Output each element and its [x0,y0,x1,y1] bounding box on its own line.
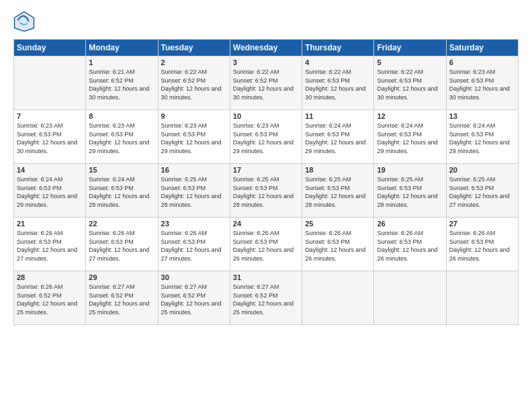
day-cell: 2 Sunrise: 6:22 AM Sunset: 6:52 PM Dayli… [158,56,230,110]
day-cell: 6 Sunrise: 6:23 AM Sunset: 6:53 PM Dayli… [446,56,518,110]
day-cell: 17 Sunrise: 6:25 AM Sunset: 6:53 PM Dayl… [230,164,302,218]
day-info: Sunrise: 6:23 AM Sunset: 6:53 PM Dayligh… [17,122,83,155]
day-number: 7 [17,112,83,120]
day-cell: 16 Sunrise: 6:25 AM Sunset: 6:53 PM Dayl… [158,164,230,218]
day-info: Sunrise: 6:22 AM Sunset: 6:52 PM Dayligh… [161,68,227,101]
day-cell [446,271,518,325]
day-cell: 25 Sunrise: 6:26 AM Sunset: 6:53 PM Dayl… [302,218,374,271]
col-header-sunday: Sunday [14,40,86,56]
week-row-1: 1 Sunrise: 6:21 AM Sunset: 6:52 PM Dayli… [14,56,519,110]
col-header-saturday: Saturday [446,40,518,56]
day-number: 14 [17,166,83,174]
day-number: 10 [233,112,299,120]
day-info: Sunrise: 6:25 AM Sunset: 6:53 PM Dayligh… [161,175,227,209]
logo-icon [13,11,35,32]
day-cell: 24 Sunrise: 6:26 AM Sunset: 6:53 PM Dayl… [230,218,302,271]
day-cell: 23 Sunrise: 6:26 AM Sunset: 6:53 PM Dayl… [158,218,230,271]
day-number: 5 [377,58,443,66]
day-info: Sunrise: 6:26 AM Sunset: 6:53 PM Dayligh… [89,229,154,263]
day-cell: 28 Sunrise: 6:26 AM Sunset: 6:52 PM Dayl… [14,271,86,325]
day-cell: 4 Sunrise: 6:22 AM Sunset: 6:53 PM Dayli… [302,56,374,110]
day-number: 11 [305,112,371,120]
day-info: Sunrise: 6:25 AM Sunset: 6:53 PM Dayligh… [377,175,443,209]
day-cell: 26 Sunrise: 6:26 AM Sunset: 6:53 PM Dayl… [374,218,446,271]
day-cell: 8 Sunrise: 6:23 AM Sunset: 6:53 PM Dayli… [86,110,158,164]
day-cell [374,271,446,325]
day-number: 26 [377,220,443,228]
day-info: Sunrise: 6:21 AM Sunset: 6:52 PM Dayligh… [89,68,154,101]
day-cell: 30 Sunrise: 6:27 AM Sunset: 6:52 PM Dayl… [158,271,230,325]
day-cell: 10 Sunrise: 6:23 AM Sunset: 6:53 PM Dayl… [230,110,302,164]
day-number: 22 [89,220,154,228]
day-info: Sunrise: 6:23 AM Sunset: 6:53 PM Dayligh… [161,122,227,155]
day-number: 16 [161,166,227,174]
day-info: Sunrise: 6:23 AM Sunset: 6:53 PM Dayligh… [449,68,515,101]
col-header-tuesday: Tuesday [158,40,230,56]
day-number: 2 [161,58,227,66]
day-info: Sunrise: 6:24 AM Sunset: 6:53 PM Dayligh… [17,175,83,209]
day-cell: 29 Sunrise: 6:27 AM Sunset: 6:52 PM Dayl… [86,271,158,325]
week-row-3: 14 Sunrise: 6:24 AM Sunset: 6:53 PM Dayl… [14,164,519,218]
day-info: Sunrise: 6:23 AM Sunset: 6:53 PM Dayligh… [233,122,299,155]
day-info: Sunrise: 6:25 AM Sunset: 6:53 PM Dayligh… [449,175,515,209]
day-number: 13 [449,112,515,120]
day-number: 6 [449,58,515,66]
day-number: 31 [233,273,299,281]
day-number: 24 [233,220,299,228]
day-info: Sunrise: 6:26 AM Sunset: 6:53 PM Dayligh… [449,229,515,263]
day-number: 8 [89,112,154,120]
day-cell: 19 Sunrise: 6:25 AM Sunset: 6:53 PM Dayl… [374,164,446,218]
day-info: Sunrise: 6:26 AM Sunset: 6:52 PM Dayligh… [17,283,83,316]
calendar-table: SundayMondayTuesdayWednesdayThursdayFrid… [13,39,519,325]
col-header-monday: Monday [86,40,158,56]
col-header-wednesday: Wednesday [230,40,302,56]
day-number: 4 [305,58,371,66]
week-row-5: 28 Sunrise: 6:26 AM Sunset: 6:52 PM Dayl… [14,271,519,325]
day-info: Sunrise: 6:26 AM Sunset: 6:53 PM Dayligh… [17,229,83,263]
day-cell: 27 Sunrise: 6:26 AM Sunset: 6:53 PM Dayl… [446,218,518,271]
day-number: 1 [89,58,154,66]
day-info: Sunrise: 6:24 AM Sunset: 6:53 PM Dayligh… [305,122,371,155]
day-cell: 13 Sunrise: 6:24 AM Sunset: 6:53 PM Dayl… [446,110,518,164]
day-info: Sunrise: 6:22 AM Sunset: 6:53 PM Dayligh… [377,68,443,101]
day-number: 30 [161,273,227,281]
col-header-friday: Friday [374,40,446,56]
day-number: 21 [17,220,83,228]
day-cell [14,56,86,110]
day-cell: 22 Sunrise: 6:26 AM Sunset: 6:53 PM Dayl… [86,218,158,271]
day-number: 23 [161,220,227,228]
day-cell: 21 Sunrise: 6:26 AM Sunset: 6:53 PM Dayl… [14,218,86,271]
day-info: Sunrise: 6:22 AM Sunset: 6:52 PM Dayligh… [233,68,299,101]
day-number: 20 [449,166,515,174]
day-cell: 20 Sunrise: 6:25 AM Sunset: 6:53 PM Dayl… [446,164,518,218]
day-number: 12 [377,112,443,120]
day-cell: 3 Sunrise: 6:22 AM Sunset: 6:52 PM Dayli… [230,56,302,110]
day-info: Sunrise: 6:27 AM Sunset: 6:52 PM Dayligh… [233,283,299,316]
day-cell: 15 Sunrise: 6:24 AM Sunset: 6:53 PM Dayl… [86,164,158,218]
day-cell: 31 Sunrise: 6:27 AM Sunset: 6:52 PM Dayl… [230,271,302,325]
day-number: 18 [305,166,371,174]
day-info: Sunrise: 6:26 AM Sunset: 6:53 PM Dayligh… [305,229,371,263]
day-cell: 12 Sunrise: 6:24 AM Sunset: 6:53 PM Dayl… [374,110,446,164]
logo [13,11,38,32]
day-number: 19 [377,166,443,174]
day-number: 25 [305,220,371,228]
day-cell: 18 Sunrise: 6:25 AM Sunset: 6:53 PM Dayl… [302,164,374,218]
day-info: Sunrise: 6:25 AM Sunset: 6:53 PM Dayligh… [305,175,371,209]
week-row-2: 7 Sunrise: 6:23 AM Sunset: 6:53 PM Dayli… [14,110,519,164]
day-info: Sunrise: 6:22 AM Sunset: 6:53 PM Dayligh… [305,68,371,101]
day-info: Sunrise: 6:24 AM Sunset: 6:53 PM Dayligh… [449,122,515,155]
day-number: 3 [233,58,299,66]
col-header-thursday: Thursday [302,40,374,56]
day-info: Sunrise: 6:24 AM Sunset: 6:53 PM Dayligh… [89,175,154,209]
page: SundayMondayTuesdayWednesdayThursdayFrid… [0,0,532,411]
day-info: Sunrise: 6:27 AM Sunset: 6:52 PM Dayligh… [161,283,227,316]
day-info: Sunrise: 6:27 AM Sunset: 6:52 PM Dayligh… [89,283,154,316]
day-info: Sunrise: 6:23 AM Sunset: 6:53 PM Dayligh… [89,122,154,155]
day-number: 15 [89,166,154,174]
day-cell: 9 Sunrise: 6:23 AM Sunset: 6:53 PM Dayli… [158,110,230,164]
day-cell: 1 Sunrise: 6:21 AM Sunset: 6:52 PM Dayli… [86,56,158,110]
day-cell [302,271,374,325]
day-info: Sunrise: 6:24 AM Sunset: 6:53 PM Dayligh… [377,122,443,155]
day-cell: 5 Sunrise: 6:22 AM Sunset: 6:53 PM Dayli… [374,56,446,110]
